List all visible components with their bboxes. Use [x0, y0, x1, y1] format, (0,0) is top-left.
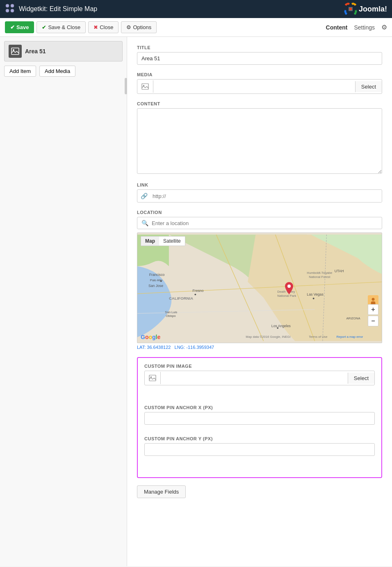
- custom-pin-image-icon: [145, 372, 161, 384]
- svg-text:San Luis: San Luis: [165, 310, 177, 314]
- svg-point-2: [6, 9, 9, 12]
- link-chain-icon: 🔗: [137, 190, 151, 202]
- svg-text:Map data ©2016 Google, INEGI: Map data ©2016 Google, INEGI: [246, 335, 290, 339]
- lat-value: 36.6438122: [147, 345, 171, 350]
- joomla-text: Joomla!: [359, 5, 387, 14]
- joomla-logo: Joomla!: [343, 2, 387, 16]
- spacer: [144, 393, 375, 405]
- custom-pin-anchor-y-input[interactable]: [144, 443, 375, 456]
- svg-point-36: [372, 298, 375, 301]
- svg-text:Fresno: Fresno: [193, 289, 204, 293]
- svg-text:National Forest: National Forest: [309, 275, 330, 279]
- svg-point-34: [313, 298, 315, 299]
- link-row: 🔗: [137, 189, 382, 203]
- title-input[interactable]: [137, 52, 382, 65]
- svg-point-37: [287, 285, 291, 288]
- tab-settings[interactable]: Settings: [354, 23, 375, 32]
- add-item-button[interactable]: Add Item: [4, 66, 36, 77]
- options-label: Options: [133, 24, 151, 30]
- content-field-group: CONTENT: [137, 101, 382, 175]
- save-close-check-icon: ✔: [42, 24, 46, 30]
- svg-text:CALIFORNIA: CALIFORNIA: [169, 296, 193, 301]
- svg-text:Los Angeles: Los Angeles: [271, 324, 291, 328]
- location-row: 🔍: [137, 217, 382, 229]
- save-check-icon: ✔: [10, 24, 15, 30]
- map-zoom-controls: + −: [368, 304, 378, 326]
- map-tabs: Map Satellite: [141, 236, 185, 246]
- svg-text:UTAH: UTAH: [335, 269, 344, 273]
- lng-label: LNG:: [175, 345, 185, 350]
- page-title: Widgetkit: Edit Simple Map: [19, 5, 343, 13]
- custom-pin-media-row: Select: [144, 371, 375, 385]
- add-media-button[interactable]: Add Media: [39, 66, 75, 77]
- svg-rect-4: [11, 48, 19, 55]
- spacer3: [144, 463, 375, 471]
- custom-pin-input-area: [161, 371, 348, 385]
- svg-point-0: [6, 4, 9, 7]
- link-input[interactable]: [151, 190, 382, 202]
- lat-label: LAT:: [137, 345, 146, 350]
- zoom-out-button[interactable]: −: [368, 316, 378, 326]
- map-tab-satellite[interactable]: Satellite: [159, 237, 185, 246]
- topbar: Widgetkit: Edit Simple Map Joomla!: [0, 0, 392, 18]
- manage-fields-button[interactable]: Manage Fields: [137, 485, 186, 498]
- custom-pin-section: CUSTOM PIN IMAGE Select CUSTOM: [137, 357, 382, 478]
- location-field-group: LOCATION 🔍: [137, 210, 382, 350]
- link-field-group: LINK 🔗: [137, 182, 382, 203]
- content-panel: TITLE MEDIA Select CONTENT: [127, 37, 392, 566]
- title-label: TITLE: [137, 45, 382, 50]
- custom-pin-anchor-y-group: CUSTOM PIN ANCHOR Y (PX): [144, 436, 375, 456]
- map-tab-map[interactable]: Map: [141, 237, 159, 246]
- custom-pin-image-group: CUSTOM PIN IMAGE Select: [144, 364, 375, 385]
- sidebar: Area 51 Add Item Add Media: [0, 37, 127, 566]
- sidebar-item-area51[interactable]: Area 51: [4, 41, 123, 61]
- content-textarea[interactable]: [137, 108, 382, 174]
- options-gear-icon: ⚙: [126, 24, 131, 30]
- close-button[interactable]: ✖ Close: [88, 21, 119, 33]
- save-close-label: Save & Close: [48, 24, 80, 30]
- custom-pin-anchor-x-input[interactable]: [144, 412, 375, 425]
- manage-fields-row: Manage Fields: [137, 485, 382, 498]
- zoom-in-button[interactable]: +: [368, 304, 378, 315]
- svg-point-7: [143, 85, 144, 86]
- custom-pin-select-button[interactable]: Select: [348, 373, 374, 384]
- svg-point-33: [194, 294, 196, 295]
- content-label: CONTENT: [137, 101, 382, 106]
- lng-value: -116.3959347: [186, 345, 214, 350]
- svg-point-32: [160, 280, 162, 282]
- custom-pin-anchor-x-label: CUSTOM PIN ANCHOR X (PX): [144, 405, 375, 410]
- map-background: Francisco Palo Alto San Jose Fresno CALI…: [137, 233, 382, 343]
- svg-text:San Jose: San Jose: [148, 284, 163, 288]
- map-coordinates: LAT: 36.6438122 LNG: -116.3959347: [137, 345, 382, 350]
- svg-text:Terms of Use: Terms of Use: [309, 335, 327, 339]
- svg-point-35: [277, 327, 278, 329]
- svg-point-39: [150, 376, 152, 378]
- save-close-button[interactable]: ✔ Save & Close: [36, 21, 86, 33]
- widgetkit-icon: [5, 3, 15, 15]
- media-icon: [137, 80, 153, 93]
- main-layout: Area 51 Add Item Add Media TITLE MEDIA: [0, 37, 392, 566]
- options-button[interactable]: ⚙ Options: [121, 21, 157, 33]
- svg-point-3: [11, 9, 14, 12]
- media-input-area: [153, 80, 355, 93]
- sidebar-scrollbar[interactable]: [125, 78, 127, 94]
- item-image-icon: [9, 45, 22, 58]
- toolbar-tabs: Content Settings ⚙: [326, 23, 387, 32]
- save-button[interactable]: ✔ Save: [5, 21, 34, 33]
- location-input[interactable]: [152, 220, 378, 226]
- svg-text:ARIZONA: ARIZONA: [346, 317, 360, 320]
- custom-pin-anchor-y-label: CUSTOM PIN ANCHOR Y (PX): [144, 436, 375, 441]
- tab-content[interactable]: Content: [326, 23, 348, 32]
- svg-text:Obispo: Obispo: [166, 314, 175, 318]
- location-label: LOCATION: [137, 210, 382, 215]
- link-label: LINK: [137, 182, 382, 187]
- custom-pin-label: CUSTOM PIN IMAGE: [144, 364, 375, 369]
- settings-gear-icon[interactable]: ⚙: [381, 23, 387, 31]
- media-select-button[interactable]: Select: [355, 81, 382, 92]
- svg-point-1: [11, 4, 14, 7]
- sidebar-item-label: Area 51: [25, 48, 46, 55]
- sidebar-buttons: Add Item Add Media: [4, 66, 123, 77]
- search-icon: 🔍: [141, 220, 148, 226]
- map-container: Francisco Palo Alto San Jose Fresno CALI…: [137, 232, 382, 343]
- media-row: Select: [137, 79, 382, 94]
